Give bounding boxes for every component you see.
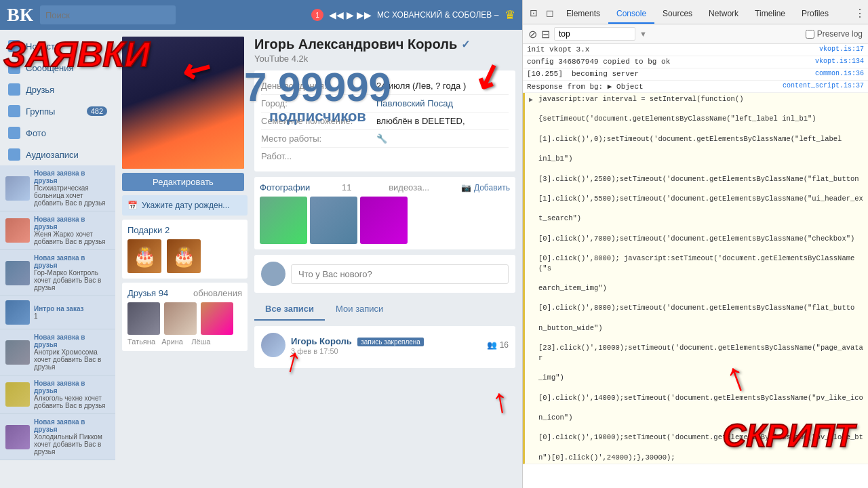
post-pinned-badge: запись закреплена [357,338,424,346]
console-source-4[interactable]: content_script.is:37 [783,82,864,89]
tab-timeline[interactable]: Timeline [747,5,793,24]
filter-arrow: ▼ [639,30,647,38]
sidebar-item-news[interactable]: Новости [0,35,115,57]
photo-thumbnails [260,197,510,244]
notif-7[interactable]: Новая заявка в друзья Холодильный Пикком… [0,414,115,460]
notif-label-4: Интро на заказ [34,305,84,312]
sidebar-label: Аудиозаписи [26,150,79,160]
tab-all-posts[interactable]: Все записи [254,298,325,321]
post-author[interactable]: Игорь Король [291,336,352,346]
devtools-cursor-icon[interactable]: ⊡ [526,7,542,24]
sidebar-label: Новости [26,41,60,52]
notif-text-1: Психиатрическая больница хочет добавить … [34,184,110,207]
sidebar-item-audio[interactable]: Аудиозаписи [0,144,115,165]
friends-count[interactable]: Друзья 94 [127,288,168,298]
console-text-2: config 346867949 copied to bg ok [527,58,810,66]
console-source-2[interactable]: vkopt.is:134 [815,58,864,65]
console-filter-input[interactable] [554,27,635,41]
console-source-1[interactable]: vkopt.is:17 [819,45,864,53]
notif-5[interactable]: Новая заявка в друзья Анотрик Хромосома … [0,329,115,375]
tab-console[interactable]: Console [608,5,654,24]
header-icons: 1 ◀◀ ▶ ▶▶ МС ХОВАНСКИЙ & СОБОЛЕВ – ПИ ♛ [311,7,515,22]
search-input[interactable] [40,5,176,24]
preserve-log-checkbox[interactable] [806,30,814,39]
gift-1: 🎂 [127,239,161,273]
post-avatar [261,333,285,357]
birth-prompt[interactable]: 📅 Укажите дату рожден... [122,195,248,216]
photos-icon [8,127,20,139]
sidebar-label: Друзья [26,85,54,95]
tab-network[interactable]: Network [701,5,747,24]
next-btn[interactable]: ▶▶ [357,9,372,20]
profile-friends: Друзья 94 обновления Татьяна Арина Лёша [122,283,248,351]
sidebar-item-photos[interactable]: Фото [0,122,115,144]
notification-badge[interactable]: 1 [311,9,323,21]
stop-icon[interactable]: ⊘ [528,28,537,41]
notif-1[interactable]: Новая заявка в друзья Психиатрическая бо… [0,165,115,211]
console-text-1: init vkopt 3.x [527,45,814,54]
calendar-icon: 📅 [127,201,138,210]
console-entry-js: ▶ javascript:var interval = setInterval(… [523,93,868,464]
camera-icon: 📷 [461,183,471,192]
notif-3[interactable]: Новая заявка в друзья Гор-Марко Контроль… [0,250,115,296]
notif-6[interactable]: Новая заявка в друзья Алкоголь чехне хоч… [0,375,115,414]
console-entry-4: Response from bg: ▶ Object content_scrip… [523,81,868,93]
vk-logo[interactable]: ВК [7,4,33,26]
devtools-inspect-icon[interactable]: ◻ [542,7,558,24]
add-photo-button[interactable]: 📷 Добавить [461,183,510,192]
devtools-extra-icons: ⋮ [854,7,865,24]
photos-title: Фотографии [260,182,310,192]
console-source-3[interactable]: common.is:36 [815,70,864,77]
sidebar-label: Фото [26,128,46,138]
notif-text-4: 1 [34,312,84,320]
field-relationship: Семейное положение: влюблён в DELETED, [261,113,509,130]
notif-label-2: Новая заявка в друзья [34,216,110,230]
notif-label-5: Новая заявка в друзья [34,333,110,348]
notif-4[interactable]: Интро на заказ 1 [0,296,115,329]
friend-avatar-3 [5,261,30,285]
friends-header: Друзья 94 обновления [127,288,242,298]
profile-info: Игорь Александрович Король ✓ YouTube 4.2… [254,37,515,368]
filter-icon[interactable]: ⊟ [541,28,550,41]
friends-updates[interactable]: обновления [193,288,242,298]
photos-section: Фотографии 11 видеоза... 📷 Добавить [254,177,515,249]
console-text-4: Response from bg: ▶ Object [527,82,777,91]
tab-elements[interactable]: Elements [558,5,608,24]
notif-icon-4 [5,300,30,325]
tab-my-posts[interactable]: Мои записи [325,298,394,321]
tab-profiles[interactable]: Profiles [793,5,837,24]
profile-avatar-wrap: Редактировать 📅 Укажите дату рожден... П… [122,37,248,368]
sidebar-item-friends[interactable]: Друзья [0,79,115,100]
profile-name: Игорь Александрович Король ✓ [254,37,515,52]
prev-btn[interactable]: ◀◀ [329,9,344,20]
friend-avatar-1 [5,176,30,201]
compose-input[interactable] [291,264,509,284]
friend-avatar-2 [5,218,30,243]
friend-avatar-5 [5,340,30,365]
edit-profile-button[interactable]: Редактировать [122,173,244,191]
notif-label-7: Новая заявка в друзья [34,418,110,433]
groups-icon [8,105,20,117]
post-compose [254,255,515,293]
console-text-js: javascript:var interval = setInterval(fu… [538,94,864,462]
friend-thumb-3 [201,302,233,335]
sidebar-item-messages[interactable]: Сообщения [0,57,115,79]
notif-text-6: Алкоголь чехне хочет добавить Вас в друз… [34,394,110,409]
friend-thumb-2 [164,302,197,335]
sidebar-item-groups[interactable]: Группы 482 [0,100,115,122]
groups-badge: 482 [87,106,107,116]
notif-2[interactable]: Новая заявка в друзья Женя Жарко хочет д… [0,211,115,250]
photo-3 [360,197,408,244]
more-icon[interactable]: ⋮ [854,7,865,20]
audio-icon [8,148,20,161]
play-btn[interactable]: ▶ [347,9,354,20]
preserve-log-toggle: Preserve log [806,29,863,39]
field-birthday: День рождения: 24 июля (Лев, ? года ) [261,77,509,95]
media-controls: ◀◀ ▶ ▶▶ [329,9,372,20]
expand-arrow[interactable]: ▶ [529,96,533,104]
tab-sources[interactable]: Sources [654,5,701,24]
post-header: Игорь Король запись закреплена 3 фев в 1… [261,333,509,357]
verified-icon: ✓ [461,38,470,51]
news-icon [8,40,20,52]
post-meta: 3 фев в 17:50 [291,347,424,355]
